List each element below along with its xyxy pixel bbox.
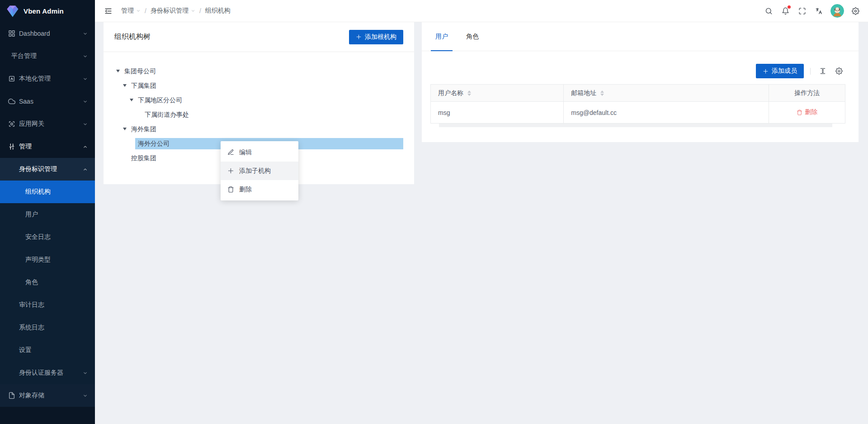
table-toolbar: 添加成员 xyxy=(422,51,859,84)
sidebar-item-settings[interactable]: 设置 xyxy=(0,339,95,362)
sidebar-item-label: 本地化管理 xyxy=(19,75,51,83)
sidebar-item-organizations[interactable]: 组织机构 xyxy=(0,181,95,203)
topbar-actions xyxy=(761,3,863,19)
members-table: 用户名称 邮箱地址 xyxy=(422,84,859,127)
breadcrumb-separator: / xyxy=(199,7,201,14)
logo[interactable]: Vben Admin xyxy=(0,0,95,22)
bell-icon[interactable] xyxy=(778,3,793,19)
sidebar-item-localization[interactable]: 本地化管理 xyxy=(0,67,95,90)
sidebar-item-security-logs[interactable]: 安全日志 xyxy=(0,226,95,248)
column-header-username[interactable]: 用户名称 xyxy=(431,85,564,102)
menu-fold-icon[interactable] xyxy=(100,3,116,19)
plus-icon xyxy=(227,167,234,174)
sidebar-item-identity-management[interactable]: 身份标识管理 xyxy=(0,158,95,181)
notification-badge xyxy=(788,5,791,9)
trash-icon xyxy=(797,110,802,115)
chevron-down-icon xyxy=(136,9,141,13)
page-title: 组织机构树 xyxy=(114,32,151,42)
sidebar-item-management[interactable]: 管理 xyxy=(0,135,95,158)
translate-icon[interactable] xyxy=(811,3,827,19)
tree-caret-icon[interactable] xyxy=(128,95,135,105)
breadcrumb-item-management[interactable]: 管理 xyxy=(121,7,141,15)
tabs: 用户 角色 xyxy=(422,22,859,51)
chevron-up-icon xyxy=(83,167,88,172)
sidebar: Vben Admin Dashboard 平台管理 本地化管理 Saas xyxy=(0,0,95,424)
toolbar-divider xyxy=(810,68,811,75)
main-area: 管理 / 身份标识管理 / 组织机构 xyxy=(95,0,868,424)
column-header-email[interactable]: 邮箱地址 xyxy=(564,85,769,102)
context-menu-item-edit[interactable]: 编辑 xyxy=(221,143,298,162)
context-menu-item-add-child[interactable]: 添加子机构 xyxy=(221,162,298,180)
sidebar-item-label: 角色 xyxy=(25,278,38,286)
chevron-down-icon xyxy=(83,76,88,81)
logo-icon xyxy=(6,5,19,18)
sidebar-item-gateway[interactable]: 应用网关 xyxy=(0,113,95,135)
members-card: 用户 角色 添加成员 xyxy=(422,22,859,142)
tree-caret-icon[interactable] xyxy=(121,80,128,91)
cell-username: msg xyxy=(431,102,564,124)
tree-caret-icon[interactable] xyxy=(114,66,122,76)
app-root: Vben Admin Dashboard 平台管理 本地化管理 Saas xyxy=(0,0,868,424)
sidebar-item-object-storage[interactable]: 对象存储 xyxy=(0,384,95,407)
sidebar-item-saas[interactable]: Saas xyxy=(0,90,95,113)
tree-node: 下属地区分公司 xyxy=(114,93,403,107)
avatar[interactable] xyxy=(830,4,844,18)
table-settings-gear-icon[interactable] xyxy=(833,65,845,77)
sidebar-item-label: 声明类型 xyxy=(25,256,51,264)
tree-node: 海外集团 xyxy=(114,122,403,136)
chevron-down-icon xyxy=(191,9,195,13)
sidebar-item-users[interactable]: 用户 xyxy=(0,203,95,226)
sidebar-item-dashboard[interactable]: Dashboard xyxy=(0,22,95,45)
tree-caret-icon[interactable] xyxy=(121,124,128,134)
sidebar-item-label: 对象存储 xyxy=(19,391,44,400)
chevron-down-icon xyxy=(83,371,88,376)
sort-icon[interactable] xyxy=(600,91,604,96)
breadcrumb-separator: / xyxy=(145,7,146,14)
chevron-down-icon xyxy=(83,393,88,398)
column-height-icon[interactable] xyxy=(817,65,829,77)
tab-roles[interactable]: 角色 xyxy=(462,22,483,51)
app-title: Vben Admin xyxy=(24,7,64,15)
chevron-down-icon xyxy=(83,99,88,104)
sidebar-item-label: 身份标识管理 xyxy=(19,165,57,173)
sidebar-item-label: 管理 xyxy=(19,143,32,151)
table-header-row: 用户名称 邮箱地址 xyxy=(431,85,845,102)
sidebar-item-platform[interactable]: 平台管理 xyxy=(0,45,95,67)
breadcrumb-item-identity-management[interactable]: 身份标识管理 xyxy=(151,7,195,15)
sidebar-item-audit-logs[interactable]: 审计日志 xyxy=(0,294,95,316)
context-menu-item-delete[interactable]: 删除 xyxy=(221,180,298,199)
cell-email: msg@default.cc xyxy=(564,102,769,124)
sidebar-item-label: Saas xyxy=(19,98,33,105)
sidebar-item-identity-server[interactable]: 身份认证服务器 xyxy=(0,362,95,384)
tab-users[interactable]: 用户 xyxy=(431,22,453,51)
delete-member-button[interactable]: 删除 xyxy=(797,108,817,116)
sidebar-item-claim-types[interactable]: 声明类型 xyxy=(0,248,95,271)
sort-icon[interactable] xyxy=(467,91,471,96)
search-icon[interactable] xyxy=(761,3,777,19)
chevron-down-icon xyxy=(83,54,88,59)
add-member-button[interactable]: 添加成员 xyxy=(756,64,804,78)
sidebar-item-label: 组织机构 xyxy=(25,188,51,196)
chevron-down-icon xyxy=(83,31,88,36)
sidebar-item-roles[interactable]: 角色 xyxy=(0,271,95,294)
gateway-icon xyxy=(8,120,15,128)
fullscreen-icon[interactable] xyxy=(794,3,810,19)
file-icon xyxy=(8,392,15,399)
tree-context-menu: 编辑 添加子机构 删除 xyxy=(221,141,298,200)
org-tree-card-header: 组织机构树 添加根机构 xyxy=(104,22,414,52)
add-root-org-button[interactable]: 添加根机构 xyxy=(349,30,403,44)
sidebar-item-system-logs[interactable]: 系统日志 xyxy=(0,316,95,339)
tree-node: 集团母公司 xyxy=(114,64,403,78)
tree-node: 下属集团 xyxy=(114,78,403,93)
sidebar-item-label: 应用网关 xyxy=(19,120,44,128)
topbar: 管理 / 身份标识管理 / 组织机构 xyxy=(95,0,868,22)
cloud-icon xyxy=(8,98,15,105)
trash-icon xyxy=(227,186,234,193)
breadcrumb-item-organizations[interactable]: 组织机构 xyxy=(205,7,231,15)
sidebar-item-label: 平台管理 xyxy=(11,52,37,60)
gear-icon[interactable] xyxy=(848,3,863,19)
sidebar-item-label: 安全日志 xyxy=(25,233,51,241)
breadcrumb: 管理 / 身份标识管理 / 组织机构 xyxy=(121,7,231,15)
cell-actions: 删除 xyxy=(769,102,845,124)
table-row: msg msg@default.cc 删除 xyxy=(431,102,845,124)
